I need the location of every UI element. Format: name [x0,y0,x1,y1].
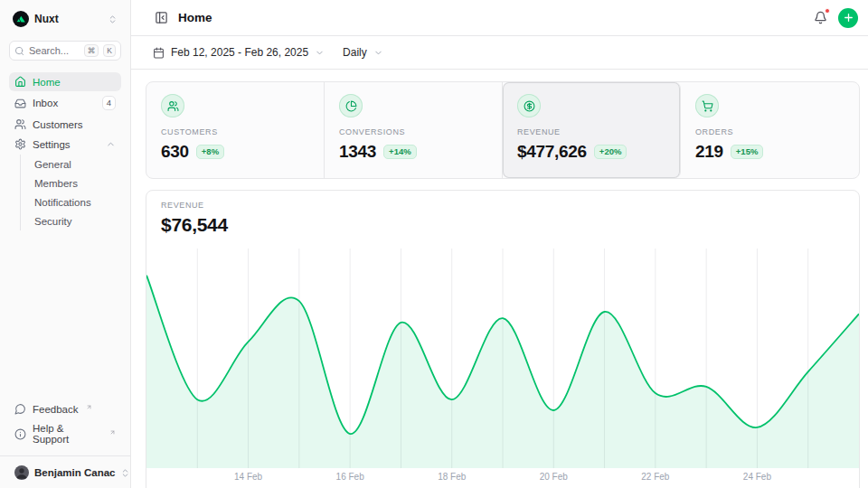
dashboard-content: CUSTOMERS 630 +8% CONVERSIONS 1343 +14% [131,70,868,488]
search-input[interactable]: Search... ⌘ K [9,41,121,61]
user-name: Benjamin Canac [34,467,115,478]
x-tick-label: 24 Feb [743,472,771,482]
external-link-icon [86,404,92,410]
sidebar-divider [0,455,130,456]
revenue-area-chart [146,249,859,468]
topbar-actions [812,8,858,28]
help-support-label: Help & Support [33,423,102,445]
stat-card-orders[interactable]: ORDERS 219 +15% [681,82,859,178]
x-tick-label: 16 Feb [336,472,364,482]
kbd-k: K [103,44,116,57]
calendar-icon [153,47,165,59]
chart-svg [146,249,859,468]
stat-label: CUSTOMERS [161,127,309,136]
plus-icon [843,12,854,23]
feedback-label: Feedback [33,404,79,415]
user-menu[interactable]: Benjamin Canac [9,463,121,483]
search-placeholder: Search... [29,45,80,56]
workspace-name: Nuxt [34,13,102,25]
notification-dot [825,8,830,14]
chart-x-axis: 14 Feb16 Feb18 Feb20 Feb22 Feb24 Feb [146,472,859,484]
stat-delta-badge: +15% [731,145,764,159]
stat-delta-badge: +8% [196,145,224,159]
message-circle-icon [14,403,26,415]
inbox-count-badge: 4 [102,96,116,110]
sidebar: Nuxt Search... ⌘ K Home [0,0,131,488]
app-window: Nuxt Search... ⌘ K Home [0,0,868,488]
date-range-label: Feb 12, 2025 - Feb 26, 2025 [171,46,308,59]
granularity-select[interactable]: Daily [343,42,383,62]
chart-value: $76,544 [161,214,844,236]
sidebar-item-notifications[interactable]: Notifications [21,192,121,211]
gear-icon [14,138,26,150]
chart-header: REVENUE $76,544 [146,191,859,236]
stat-card-revenue[interactable]: REVENUE $477,626 +20% [503,82,681,178]
sidebar-item-label: Inbox [33,98,58,108]
info-circle-icon [14,428,26,440]
date-range-button[interactable]: Feb 12, 2025 - Feb 26, 2025 [153,42,325,62]
sidebar-item-label: Customers [33,119,83,130]
inbox-icon [14,98,26,109]
stat-value: 219 [695,142,723,162]
kbd-cmd: ⌘ [84,44,99,57]
main-area: Home Feb 12, 2 [131,0,868,488]
granularity-label: Daily [343,46,367,59]
dollar-circle-icon [517,94,541,117]
panel-left-close-icon [155,11,168,24]
x-tick-label: 18 Feb [438,472,466,482]
house-icon [14,76,26,88]
sidebar-item-members[interactable]: Members [21,174,121,192]
notifications-button[interactable] [812,9,829,26]
sidebar-collapse-button[interactable] [153,9,170,26]
sidebar-item-general[interactable]: General [21,155,121,174]
users-icon [14,118,26,130]
stat-label: CONVERSIONS [339,127,487,136]
feedback-link[interactable]: Feedback [9,399,121,418]
pie-chart-icon [339,94,363,117]
topbar: Home [131,0,868,36]
users-icon [161,94,184,117]
nuxt-logo-icon [13,11,29,27]
sidebar-item-customers[interactable]: Customers [9,115,121,134]
chevrons-up-down-icon [120,468,130,478]
sidebar-item-home[interactable]: Home [9,72,121,91]
stat-delta-badge: +20% [594,145,627,159]
sidebar-nav: Home Inbox 4 Customers Settings [9,72,121,230]
x-tick-label: 20 Feb [540,472,568,482]
chevron-down-icon [373,48,383,58]
add-button[interactable] [838,8,858,28]
stat-value: 630 [161,142,189,162]
avatar [14,465,29,480]
stat-label: REVENUE [517,127,665,136]
revenue-chart-card: REVENUE $76,544 14 Feb16 Feb18 Feb20 Feb… [146,190,860,488]
stat-value: $477,626 [517,142,587,162]
stat-value: 1343 [339,142,376,162]
help-support-link[interactable]: Help & Support [9,419,121,448]
stat-label: ORDERS [695,127,844,136]
sidebar-item-label: Settings [33,139,71,150]
sidebar-item-settings[interactable]: Settings [9,135,121,154]
filter-toolbar: Feb 12, 2025 - Feb 26, 2025 Daily [131,36,868,70]
cart-icon [695,94,719,117]
x-tick-label: 22 Feb [641,472,669,482]
workspace-switcher[interactable]: Nuxt [9,9,121,29]
stats-row: CUSTOMERS 630 +8% CONVERSIONS 1343 +14% [146,81,860,179]
sidebar-item-label: Home [33,77,61,88]
page-title: Home [178,11,212,24]
stat-card-customers[interactable]: CUSTOMERS 630 +8% [146,82,325,178]
chevrons-up-down-icon [108,14,118,24]
sidebar-footer: Feedback Help & Support Benjamin [9,399,121,483]
chevron-up-icon [106,139,116,149]
x-tick-label: 14 Feb [234,472,262,482]
sidebar-item-security[interactable]: Security [21,211,121,230]
settings-submenu: General Members Notifications Security [20,155,121,230]
stat-delta-badge: +14% [383,145,417,159]
chevron-down-icon [315,48,325,58]
sidebar-item-inbox[interactable]: Inbox 4 [9,92,121,114]
chart-title: REVENUE [161,201,844,210]
search-icon [14,46,24,56]
external-link-icon [109,429,116,436]
stat-card-conversions[interactable]: CONVERSIONS 1343 +14% [325,82,503,178]
